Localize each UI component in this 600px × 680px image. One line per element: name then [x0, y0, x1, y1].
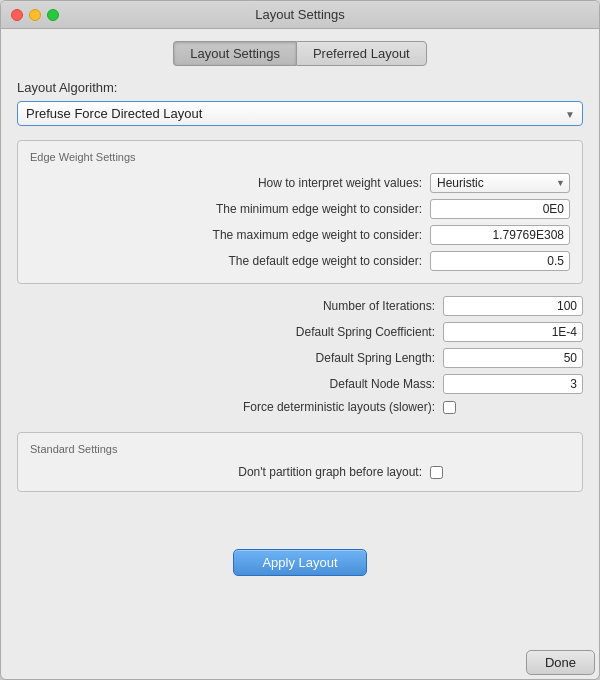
tab-layout-settings[interactable]: Layout Settings [173, 41, 296, 66]
outer-row-2: Default Spring Length: [17, 348, 583, 368]
edge-weight-row-3: The default edge weight to consider: [30, 251, 570, 271]
outer-label-2: Default Spring Length: [316, 351, 435, 365]
outer-row-0: Number of Iterations: [17, 296, 583, 316]
outer-label-3: Default Node Mass: [330, 377, 435, 391]
tab-bar: Layout Settings Preferred Layout [17, 41, 583, 66]
traffic-lights [11, 9, 59, 21]
standard-settings-title: Standard Settings [30, 443, 570, 455]
outer-settings-area: Number of Iterations: Default Spring Coe… [17, 296, 583, 420]
edge-weight-row-0: How to interpret weight values: Heuristi… [30, 173, 570, 193]
outer-label-1: Default Spring Coefficient: [296, 325, 435, 339]
tab-preferred-layout[interactable]: Preferred Layout [296, 41, 427, 66]
edge-weight-row-2: The maximum edge weight to consider: [30, 225, 570, 245]
standard-label-0: Don't partition graph before layout: [238, 465, 422, 479]
default-edge-weight-input[interactable] [430, 251, 570, 271]
outer-row-4: Force deterministic layouts (slower): [17, 400, 583, 414]
outer-row-1: Default Spring Coefficient: [17, 322, 583, 342]
minimize-button[interactable] [29, 9, 41, 21]
algorithm-label: Layout Algorithm: [17, 80, 583, 95]
done-button[interactable]: Done [526, 650, 595, 675]
edge-weight-label-1: The minimum edge weight to consider: [216, 202, 422, 216]
edge-weight-title: Edge Weight Settings [30, 151, 570, 163]
node-mass-input[interactable] [443, 374, 583, 394]
title-bar: Layout Settings [1, 1, 599, 29]
standard-settings-panel: Standard Settings Don't partition graph … [17, 432, 583, 492]
min-edge-weight-input[interactable] [430, 199, 570, 219]
window-title: Layout Settings [255, 7, 345, 22]
apply-btn-row: Apply Layout [17, 504, 583, 620]
maximize-button[interactable] [47, 9, 59, 21]
max-edge-weight-input[interactable] [430, 225, 570, 245]
heuristic-dropdown-wrapper: Heuristic ▼ [430, 173, 570, 193]
apply-layout-button[interactable]: Apply Layout [233, 549, 366, 576]
edge-weight-row-1: The minimum edge weight to consider: [30, 199, 570, 219]
edge-weight-label-3: The default edge weight to consider: [229, 254, 422, 268]
window: Layout Settings Layout Settings Preferre… [0, 0, 600, 680]
iterations-input[interactable] [443, 296, 583, 316]
algorithm-dropdown[interactable]: Prefuse Force Directed Layout [17, 101, 583, 126]
edge-weight-panel: Edge Weight Settings How to interpret we… [17, 140, 583, 284]
spring-coefficient-input[interactable] [443, 322, 583, 342]
outer-label-0: Number of Iterations: [323, 299, 435, 313]
done-row: Done [1, 650, 599, 679]
outer-row-3: Default Node Mass: [17, 374, 583, 394]
heuristic-dropdown[interactable]: Heuristic [430, 173, 570, 193]
deterministic-checkbox[interactable] [443, 401, 456, 414]
outer-label-4: Force deterministic layouts (slower): [243, 400, 435, 414]
spring-length-input[interactable] [443, 348, 583, 368]
partition-checkbox[interactable] [430, 466, 443, 479]
content-area: Layout Settings Preferred Layout Layout … [1, 29, 599, 650]
edge-weight-label-0: How to interpret weight values: [258, 176, 422, 190]
close-button[interactable] [11, 9, 23, 21]
algorithm-dropdown-wrapper: Prefuse Force Directed Layout ▼ [17, 101, 583, 126]
edge-weight-label-2: The maximum edge weight to consider: [213, 228, 422, 242]
standard-row-0: Don't partition graph before layout: [30, 465, 570, 479]
